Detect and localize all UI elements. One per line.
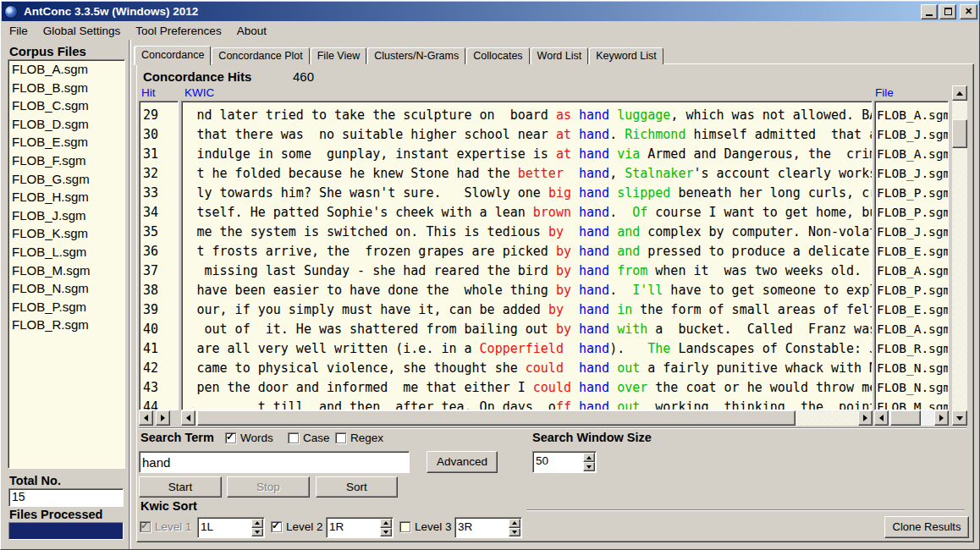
concordance-row[interactable]: came to physical violence, she thought s…	[182, 359, 872, 378]
close-button[interactable]: ✕	[960, 4, 977, 19]
stop-button[interactable]: Stop	[227, 476, 310, 498]
corpus-file-item[interactable]: FLOB_R.sgm	[8, 316, 124, 334]
level1-spinner[interactable]: 1L	[197, 517, 265, 538]
file-name[interactable]: FLOB_E.sgm	[875, 300, 948, 320]
spin-down-button[interactable]	[380, 528, 392, 537]
regex-checkbox[interactable]: ✓	[335, 432, 346, 443]
file-name[interactable]: FLOB_A.sgm	[875, 145, 948, 164]
menu-item-file[interactable]: File	[2, 22, 36, 40]
sort-button[interactable]: Sort	[316, 476, 398, 498]
corpus-file-item[interactable]: FLOB_K.sgm	[8, 224, 124, 243]
corpus-file-item[interactable]: FLOB_D.sgm	[8, 115, 124, 134]
corpus-file-item[interactable]: FLOB_H.sgm	[8, 188, 124, 206]
panel-splitter[interactable]	[129, 40, 131, 550]
file-name[interactable]: FLOB_A.sgm	[875, 106, 948, 125]
level3-checkbox[interactable]: ✓	[399, 521, 410, 532]
file-name[interactable]: FLOB_N.sgm	[875, 359, 948, 378]
corpus-file-item[interactable]: FLOB_F.sgm	[8, 151, 124, 170]
concordance-row[interactable]: t frosts arrive, the frozen grapes are p…	[182, 242, 872, 261]
keyword-hand[interactable]: hand	[579, 125, 609, 145]
tab-file-view[interactable]: File View	[311, 47, 366, 64]
corpus-file-item[interactable]: FLOB_C.sgm	[8, 96, 124, 115]
scroll-right-button[interactable]	[156, 410, 170, 426]
spin-down-button[interactable]	[583, 462, 595, 471]
file-name[interactable]: FLOB_P.sgm	[875, 281, 948, 300]
words-checkbox[interactable]: ✓	[225, 432, 236, 443]
keyword-hand[interactable]: hand	[579, 320, 609, 339]
keyword-hand[interactable]: hand	[579, 359, 609, 378]
file-name[interactable]: FLOB_P.sgm	[875, 203, 948, 223]
tab-keyword-list[interactable]: Keyword List	[589, 47, 663, 64]
vertical-scrollbar-thumb[interactable]	[952, 119, 967, 148]
keyword-hand[interactable]: hand	[579, 300, 609, 320]
case-checkbox[interactable]: ✓	[288, 432, 299, 443]
concordance-row[interactable]: nd later tried to take the sculpture on …	[182, 106, 872, 125]
concordance-row[interactable]: tself. He patted Sophie's cheek with a l…	[182, 203, 872, 223]
spin-up-button[interactable]	[583, 453, 595, 462]
concordance-row[interactable]: indulge in some gunplay, instant experti…	[182, 145, 872, 164]
corpus-file-item[interactable]: FLOB_P.sgm	[8, 298, 124, 316]
spin-down-button[interactable]	[251, 528, 263, 537]
keyword-hand[interactable]: hand	[579, 242, 609, 261]
tab-collocates[interactable]: Collocates	[466, 47, 529, 64]
scroll-up-button[interactable]	[952, 85, 967, 101]
file-name[interactable]: FLOB_A.sgm	[875, 320, 948, 339]
keyword-hand[interactable]: hand	[579, 145, 609, 164]
file-name[interactable]: FLOB_J.sgm	[875, 164, 948, 184]
file-name[interactable]: FLOB_J.sgm	[875, 223, 948, 242]
tab-concordance-plot[interactable]: Concordance Plot	[212, 47, 309, 64]
file-name[interactable]: FLOB_E.sgm	[875, 242, 948, 261]
file-name[interactable]: FLOB_P.sgm	[875, 184, 948, 203]
scroll-right-button[interactable]	[934, 410, 949, 426]
scroll-left-button[interactable]	[874, 410, 889, 426]
file-name[interactable]: FLOB_A.sgm	[875, 261, 948, 281]
maximize-button[interactable]	[939, 4, 956, 19]
scroll-right-button[interactable]	[858, 410, 873, 426]
start-button[interactable]: Start	[139, 476, 222, 498]
advanced-button[interactable]: Advanced	[427, 451, 498, 473]
keyword-hand[interactable]: hand	[579, 223, 609, 242]
file-name[interactable]: FLOB_M.sgm	[875, 398, 948, 410]
tab-word-list[interactable]: Word List	[531, 47, 589, 64]
file-name[interactable]: FLOB_N.sgm	[875, 378, 948, 398]
corpus-file-item[interactable]: FLOB_G.sgm	[8, 170, 124, 189]
menu-item-tool-preferences[interactable]: Tool Preferences	[128, 22, 228, 40]
corpus-file-item[interactable]: FLOB_L.sgm	[8, 243, 124, 261]
keyword-hand[interactable]: hand	[579, 378, 609, 398]
scroll-left-button[interactable]	[181, 410, 195, 426]
concordance-row[interactable]: t he folded because he knew Stone had th…	[182, 164, 872, 184]
tab-concordance[interactable]: Concordance	[135, 46, 211, 65]
corpus-file-item[interactable]: FLOB_J.sgm	[8, 206, 124, 225]
concordance-row[interactable]: that there was no suitable higher school…	[182, 125, 872, 145]
corpus-file-item[interactable]: FLOB_E.sgm	[8, 133, 124, 151]
concordance-row[interactable]: t till and then after tea. On days off h…	[182, 398, 872, 410]
keyword-hand[interactable]: hand	[579, 164, 609, 184]
concordance-row[interactable]: pen the door and informed me that either…	[182, 378, 872, 398]
keyword-hand[interactable]: hand	[579, 398, 609, 410]
file-name[interactable]: FLOB_R.sgm	[875, 339, 948, 359]
corpus-file-item[interactable]: FLOB_M.sgm	[8, 261, 124, 280]
clone-results-button[interactable]: Clone Results	[884, 516, 969, 538]
concordance-row[interactable]: me the system is switched on. This is te…	[182, 223, 872, 242]
spin-up-button[interactable]	[251, 519, 263, 528]
keyword-hand[interactable]: hand	[579, 203, 609, 223]
level2-checkbox[interactable]: ✓	[271, 521, 282, 532]
corpus-file-item[interactable]: FLOB_A.sgm	[8, 60, 124, 79]
concordance-row[interactable]: are all very well written (i.e. in a Cop…	[182, 339, 872, 359]
file-scrollbar-thumb[interactable]	[890, 410, 921, 426]
keyword-hand[interactable]: hand	[579, 281, 609, 300]
kwic-scrollbar-thumb[interactable]	[197, 410, 796, 426]
scroll-down-button[interactable]	[952, 410, 967, 426]
keyword-hand[interactable]: hand	[579, 106, 609, 125]
spin-up-button[interactable]	[380, 519, 392, 528]
concordance-row[interactable]: have been easier to have done the whole …	[182, 281, 872, 300]
tab-clusters-n-grams[interactable]: Clusters/N-Grams	[367, 47, 465, 64]
concordance-row[interactable]: our, if you simply must have it, can be …	[182, 300, 872, 320]
keyword-hand[interactable]: hand	[579, 339, 609, 359]
corpus-file-item[interactable]: FLOB_B.sgm	[8, 79, 124, 97]
spin-down-button[interactable]	[509, 528, 520, 537]
spin-up-button[interactable]	[509, 519, 520, 528]
file-name[interactable]: FLOB_J.sgm	[875, 125, 948, 145]
concordance-row[interactable]: ly towards him? She wasn't sure. Slowly …	[182, 184, 872, 203]
menu-item-about[interactable]: About	[229, 22, 274, 40]
